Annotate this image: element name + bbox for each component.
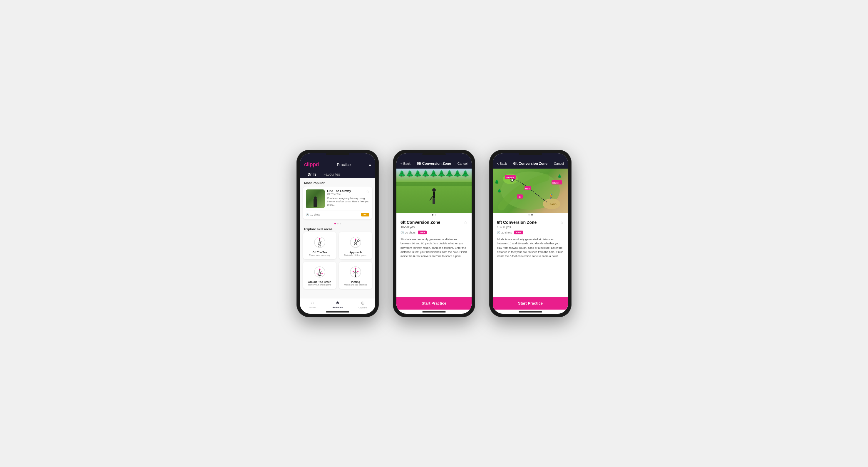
skill-sublabel: Make and lag practice [344, 283, 367, 286]
detail-header: < Back 6ft Conversion Zone Cancel [396, 153, 472, 169]
back-button-3[interactable]: < Back [497, 162, 507, 165]
header-title: Practice [337, 162, 350, 167]
skill-label: Off The Tee [313, 251, 327, 254]
course-map: SAND 🌲 🌲 🌲 Hit [493, 169, 568, 213]
image-carousel-dots-3 [493, 213, 568, 217]
nav-activities[interactable]: ♣ Activities [325, 300, 350, 309]
svg-point-26 [317, 273, 318, 274]
menu-icon[interactable]: ≡ [369, 162, 371, 167]
phone-2-screen: < Back 6ft Conversion Zone Cancel 🌲🌲🌲🌲🌲🌲… [396, 153, 472, 314]
svg-line-23 [318, 274, 319, 276]
home-icon: ⌂ [311, 300, 314, 305]
svg-line-31 [353, 271, 355, 273]
drill-name-3: 6ft Conversion Zone [497, 220, 536, 225]
favourite-star-3[interactable]: ☆ [560, 220, 564, 225]
dot-3[interactable] [340, 223, 341, 224]
drill-description: Create an imaginary fairway using trees … [327, 197, 369, 206]
svg-point-36 [432, 188, 436, 192]
nav-capture-label: Capture [359, 306, 367, 309]
skill-around-green[interactable]: Around The Green Hone your short game [303, 262, 336, 289]
svg-text:SAND: SAND [550, 203, 557, 206]
clock-icon: 🕐 [306, 213, 309, 216]
nav-capture[interactable]: ⊕ Capture [350, 300, 375, 309]
cancel-button-3[interactable]: Cancel [554, 162, 564, 165]
nav-home[interactable]: ⌂ Home [300, 300, 325, 309]
drill-meta: 🕐 20 shots ARG [401, 231, 467, 234]
carousel-dots [300, 222, 375, 226]
tab-favourites[interactable]: Favourites [320, 170, 343, 178]
phone-notch [422, 153, 446, 155]
skill-off-the-tee[interactable]: Off The Tee Power and accuracy [303, 232, 336, 259]
svg-text:🌲: 🌲 [557, 174, 562, 178]
svg-line-41 [430, 199, 431, 201]
course-map-svg: SAND 🌲 🌲 🌲 Hit [493, 169, 568, 213]
phone-1: clippd Practice ≡ Drills Favourites Most… [297, 150, 379, 317]
skill-putting[interactable]: Putting Make and lag practice [339, 262, 372, 289]
skill-label: Around The Green [308, 280, 331, 283]
golfer-silhouette [313, 199, 317, 207]
home-bar [519, 311, 542, 312]
category-tag-arg-3: ARG [514, 231, 523, 234]
svg-point-1 [319, 238, 320, 240]
svg-text:🌲: 🌲 [497, 189, 502, 193]
app-header: clippd Practice ≡ [300, 153, 375, 170]
start-practice-button[interactable]: Start Practice [396, 297, 472, 309]
svg-point-16 [358, 240, 360, 241]
home-bar [326, 311, 349, 312]
svg-line-6 [318, 245, 320, 246]
capture-icon: ⊕ [361, 300, 365, 306]
image-dot-1[interactable] [432, 214, 433, 215]
start-practice-button-3[interactable]: Start Practice [493, 297, 568, 309]
phone-3-screen: < Back 6ft Conversion Zone Cancel [493, 153, 568, 314]
svg-point-25 [319, 275, 320, 276]
svg-line-14 [354, 244, 355, 246]
category-tag: OTT [361, 213, 369, 216]
svg-text:Hit: Hit [518, 196, 521, 198]
detail-header-3: < Back 6ft Conversion Zone Cancel [493, 153, 568, 169]
drill-subtitle: Off The Tee [327, 193, 351, 196]
nav-activities-label: Activities [332, 306, 343, 309]
skill-sublabel: Hone your short game [308, 283, 331, 286]
svg-point-18 [319, 269, 320, 270]
cancel-button[interactable]: Cancel [458, 162, 467, 165]
phone-notch [326, 153, 349, 155]
svg-point-27 [321, 273, 322, 274]
category-tag-arg: ARG [418, 231, 427, 234]
drill-info: Find The Fairway Off The Tee ☆ Create an… [327, 190, 369, 208]
tab-bar: Drills Favourites [300, 170, 375, 178]
svg-point-34 [352, 271, 354, 272]
featured-drill-card[interactable]: Find The Fairway Off The Tee ☆ Create an… [303, 187, 372, 220]
shots-meta: 🕐 20 shots [401, 231, 415, 234]
drill-detail-info-3: 6ft Conversion Zone ☆ 10-50 yds 🕐 20 sho… [493, 217, 568, 297]
putting-icon [348, 265, 363, 279]
around-green-icon [312, 265, 327, 279]
card-footer: 🕐 10 shots OTT [306, 210, 369, 216]
drill-description-text-3: 20 shots are randomly generated at dista… [497, 237, 564, 258]
drill-thumbnail [306, 190, 325, 208]
golfer-svg [430, 188, 438, 208]
drill-detail-content: 🌲🌲🌲🌲🌲🌲🌲🌲🌲 [396, 169, 472, 309]
off-tee-icon [312, 235, 327, 249]
header-drill-title: 6ft Conversion Zone [417, 162, 451, 166]
shots-count: 🕐 10 shots [306, 213, 320, 216]
clock-icon-small: 🕐 [401, 231, 404, 234]
favourite-icon[interactable]: ☆ [366, 190, 369, 194]
svg-line-32 [355, 271, 358, 273]
image-dot-3-1[interactable] [528, 214, 530, 215]
skill-approach[interactable]: Approach Dial-in to hit the green [339, 232, 372, 259]
drill-detail-content-3: SAND 🌲 🌲 🌲 Hit [493, 169, 568, 309]
phone-3: < Back 6ft Conversion Zone Cancel [489, 150, 571, 317]
phone-notch [519, 153, 542, 155]
image-dot-3-2[interactable] [531, 214, 533, 215]
tab-drills[interactable]: Drills [304, 170, 320, 178]
back-button[interactable]: < Back [401, 162, 410, 165]
most-popular-label: Most Popular [300, 178, 375, 187]
svg-line-19 [319, 270, 320, 274]
favourite-star[interactable]: ☆ [464, 220, 467, 225]
dot-2[interactable] [337, 223, 339, 224]
dot-1[interactable] [334, 223, 336, 224]
app-logo: clippd [304, 162, 319, 168]
image-dot-2[interactable] [435, 214, 436, 215]
svg-point-33 [355, 275, 356, 277]
svg-line-7 [320, 245, 321, 246]
